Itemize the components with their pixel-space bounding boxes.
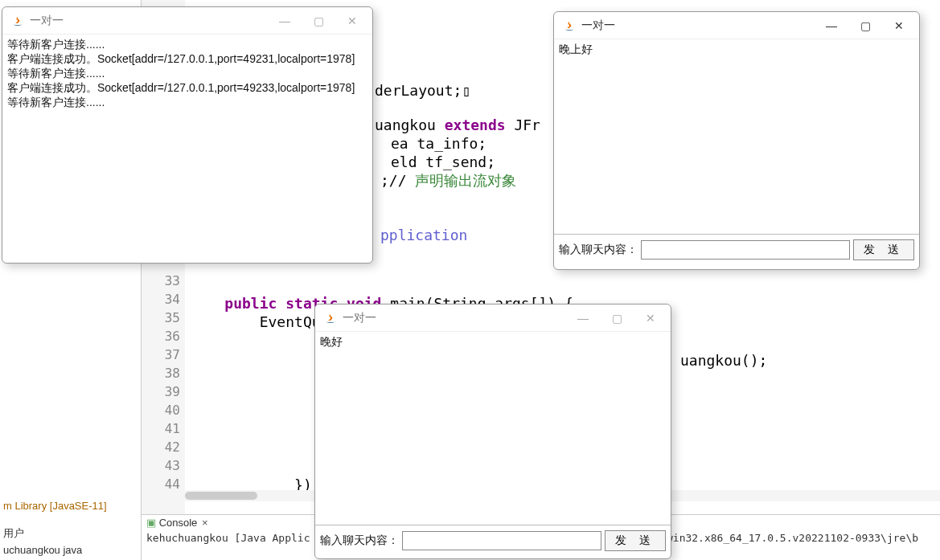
line-number: 40 bbox=[142, 403, 185, 421]
window-title: 一对一 bbox=[30, 14, 64, 28]
server-log: 等待新客户连接...... 客户端连接成功。Socket[addr=/127.0… bbox=[2, 35, 372, 113]
import-fragment: derLayout; bbox=[375, 82, 462, 99]
chat-textarea: 晚好 bbox=[315, 332, 671, 525]
minimize-icon[interactable]: — bbox=[815, 14, 848, 37]
window-title: 一对一 bbox=[581, 18, 615, 33]
jre-library[interactable]: m Library [JavaSE-11] bbox=[0, 498, 141, 513]
close-icon[interactable]: × bbox=[202, 517, 208, 529]
chat-input[interactable] bbox=[402, 531, 601, 550]
scrollbar-thumb[interactable] bbox=[185, 492, 257, 500]
line-number: 38 bbox=[142, 366, 185, 384]
class-fragment: uangkou extends JFr bbox=[375, 116, 540, 133]
server-window: 一对一 — ▢ ✕ 等待新客户连接...... 客户端连接成功。Socket[a… bbox=[2, 6, 373, 264]
line-number: 33 bbox=[142, 273, 185, 292]
maximize-icon[interactable]: ▢ bbox=[302, 10, 335, 32]
line-number: 39 bbox=[142, 384, 185, 403]
close-icon[interactable]: ✕ bbox=[634, 307, 667, 329]
line-number: 34 bbox=[142, 292, 185, 310]
input-label: 输入聊天内容： bbox=[559, 243, 638, 257]
chat-input-row: 输入聊天内容： 发 送 bbox=[315, 525, 671, 556]
maximize-icon[interactable]: ▢ bbox=[600, 307, 634, 329]
line-number: 43 bbox=[142, 458, 185, 476]
minimize-icon[interactable]: — bbox=[566, 307, 600, 329]
client-window-1: 一对一 — ▢ ✕ 晚上好 输入聊天内容： 发 送 bbox=[553, 11, 920, 270]
window-title: 一对一 bbox=[343, 311, 376, 325]
library-label: m Library [JavaSE-11] bbox=[3, 500, 107, 512]
folder-user[interactable]: 用户 bbox=[0, 525, 141, 542]
minimize-icon[interactable]: — bbox=[268, 10, 302, 32]
java-icon bbox=[323, 311, 338, 325]
line-number: 37 bbox=[142, 347, 185, 366]
line-number: 41 bbox=[142, 421, 185, 439]
line-number: 44 bbox=[142, 476, 185, 495]
java-icon bbox=[10, 14, 25, 28]
file-item[interactable]: uchuangkou java bbox=[0, 542, 141, 558]
send-button[interactable]: 发 送 bbox=[853, 239, 914, 260]
chat-input[interactable] bbox=[641, 240, 850, 260]
chat-input-row: 输入聊天内容： 发 送 bbox=[554, 234, 919, 265]
titlebar[interactable]: 一对一 — ▢ ✕ bbox=[554, 12, 919, 39]
close-icon[interactable]: ✕ bbox=[335, 10, 369, 32]
client-window-2: 一对一 — ▢ ✕ 晚好 输入聊天内容： 发 送 bbox=[314, 304, 671, 559]
titlebar[interactable]: 一对一 — ▢ ✕ bbox=[315, 305, 671, 332]
java-icon bbox=[562, 18, 577, 33]
maximize-icon[interactable]: ▢ bbox=[848, 14, 882, 37]
input-label: 输入聊天内容： bbox=[320, 533, 399, 548]
line-number: 35 bbox=[142, 310, 185, 329]
chat-textarea: 晚上好 bbox=[554, 39, 919, 234]
send-button[interactable]: 发 送 bbox=[605, 530, 666, 551]
line-number: 42 bbox=[142, 439, 185, 458]
close-icon[interactable]: ✕ bbox=[882, 14, 916, 37]
line-number: 36 bbox=[142, 329, 185, 347]
console-tab-label: Console bbox=[159, 517, 198, 529]
titlebar[interactable]: 一对一 — ▢ ✕ bbox=[2, 7, 372, 35]
